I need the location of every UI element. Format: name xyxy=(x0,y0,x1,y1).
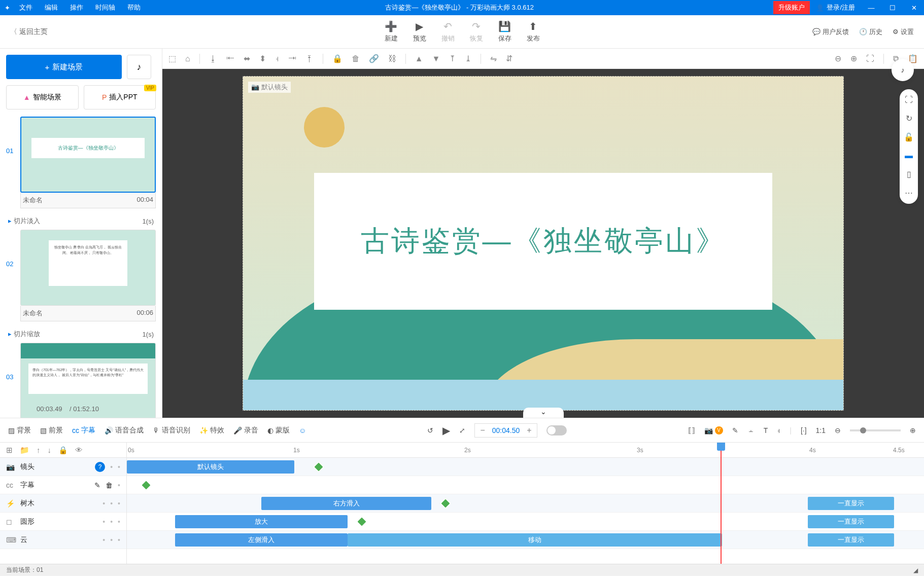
feedback-button[interactable]: 💬用户反馈 xyxy=(812,27,849,37)
tool-bracket-icon[interactable]: [·] xyxy=(801,426,807,434)
playhead[interactable] xyxy=(721,443,722,564)
dot-icon[interactable]: • xyxy=(118,518,120,526)
dot-icon[interactable]: • xyxy=(110,463,113,471)
expand-button[interactable]: ⤢ xyxy=(459,426,465,434)
new-button[interactable]: ➕新建 xyxy=(385,20,398,43)
scene-item[interactable]: 01 古诗鉴赏—《独坐敬亭山》 未命名00:04 xyxy=(6,117,156,208)
subtitle-tab[interactable]: cc 字幕 xyxy=(72,426,95,435)
menu-timeline[interactable]: 时间轴 xyxy=(90,1,120,14)
keyframe[interactable] xyxy=(141,480,152,491)
zoom-in-button[interactable]: ⊕ xyxy=(910,426,916,434)
align-right-icon[interactable]: ⭲ xyxy=(288,54,296,63)
align-bottom-icon[interactable]: ⭳ xyxy=(209,54,217,63)
down-icon[interactable]: ↓ xyxy=(48,446,52,454)
add-track-icon[interactable]: ⊞ xyxy=(6,446,13,455)
layer-up-icon[interactable]: ▲ xyxy=(415,54,423,63)
delete-icon[interactable]: 🗑 xyxy=(106,481,113,489)
toggle-switch[interactable] xyxy=(546,425,567,435)
asr-tab[interactable]: 🎙 语音识别 xyxy=(153,426,190,435)
track-row-subtitle[interactable]: cc 字幕 ✎ 🗑 • xyxy=(0,476,126,494)
lock-icon[interactable]: 🔓 xyxy=(904,132,914,142)
flip-v-icon[interactable]: ⇵ xyxy=(506,54,512,63)
time-minus-button[interactable]: − xyxy=(477,426,488,435)
preview-button[interactable]: ▶预览 xyxy=(413,20,426,43)
clip-camera[interactable]: 默认镜头 xyxy=(127,460,294,474)
home-icon[interactable]: ⌂ xyxy=(185,54,190,63)
dot-icon[interactable]: • xyxy=(102,518,105,526)
smile-button[interactable]: ☺ xyxy=(299,426,306,434)
zoom-slider[interactable] xyxy=(850,429,901,431)
dot-icon[interactable]: • xyxy=(118,463,120,471)
layer-top-icon[interactable]: ⤒ xyxy=(449,54,456,63)
track-subtitle[interactable] xyxy=(127,476,924,494)
align-left-icon[interactable]: ⭰ xyxy=(226,54,234,63)
play-button[interactable]: ▶ xyxy=(442,424,450,437)
link-icon[interactable]: 🔗 xyxy=(369,54,379,63)
distribute-icon[interactable]: ⫞ xyxy=(275,54,279,63)
track-row-camera[interactable]: 📷 镜头 ? •• xyxy=(0,458,126,476)
clip-shape-in[interactable]: 放大 xyxy=(175,515,348,528)
align-top-icon[interactable]: ⭱ xyxy=(305,54,314,63)
back-home-button[interactable]: 〈 返回主页 xyxy=(0,27,58,37)
background-tab[interactable]: ▨ 背景 xyxy=(8,426,31,435)
dot-icon[interactable]: • xyxy=(118,499,120,507)
menu-help[interactable]: 帮助 xyxy=(122,1,146,14)
settings-button[interactable]: ⚙设置 xyxy=(893,27,914,37)
folder-icon[interactable]: 📁 xyxy=(20,446,29,455)
canvas-music-button[interactable]: ♪ xyxy=(892,59,914,81)
tool-crop-icon[interactable]: ⟦⟧ xyxy=(688,426,695,434)
foreground-tab[interactable]: ▧ 前景 xyxy=(40,426,63,435)
eye-icon[interactable]: 👁 xyxy=(75,446,83,454)
lock-icon[interactable]: 🔒 xyxy=(332,54,343,63)
login-button[interactable]: 👤 登录/注册 xyxy=(811,1,860,14)
menu-action[interactable]: 操作 xyxy=(65,1,88,14)
music-button[interactable]: ♪ xyxy=(127,55,151,79)
scene-thumbnail[interactable]: 独坐敬亭山 唐 李白 众鸟高飞尽， 孤云独去闲。 相看两不厌， 只有敬亭山。 xyxy=(20,230,156,306)
keyframe[interactable] xyxy=(356,516,368,528)
track-tree[interactable]: 右方滑入 一直显示 xyxy=(127,494,924,513)
dot-icon[interactable]: • xyxy=(110,536,113,544)
dot-icon[interactable]: • xyxy=(118,536,120,544)
track-row-cloud[interactable]: ⌨ 云 ••• xyxy=(0,531,126,549)
time-input[interactable]: − 00:04.50 + xyxy=(474,423,537,438)
clip-cloud-in[interactable]: 左侧滑入 xyxy=(175,533,348,547)
smart-scene-button[interactable]: ▲智能场景 xyxy=(6,85,79,110)
tool-filter-icon[interactable]: ⫠ xyxy=(747,426,755,434)
scene-thumbnail[interactable]: 古诗鉴赏—《独坐敬亭山》 xyxy=(20,117,156,193)
tool-text-icon[interactable]: T xyxy=(764,426,768,434)
help-icon[interactable]: ? xyxy=(95,462,105,472)
fit-icon[interactable]: ⛶ xyxy=(866,54,874,63)
menu-file[interactable]: 文件 xyxy=(14,1,38,14)
record-tab[interactable]: 🎤 录音 xyxy=(233,426,258,435)
clip-tree-in[interactable]: 右方滑入 xyxy=(261,497,431,510)
track-row-shape[interactable]: ◻ 圆形 ••• xyxy=(0,513,126,531)
upgrade-button[interactable]: 升级账户 xyxy=(773,1,810,14)
canvas[interactable]: 古诗鉴赏—《独坐敬亭山》 📷 默认镜头 xyxy=(243,76,844,411)
tool-edit-icon[interactable]: ✎ xyxy=(732,426,738,434)
rotate-icon[interactable]: ↻ xyxy=(904,114,914,123)
align-center-v-icon[interactable]: ⬍ xyxy=(259,54,266,63)
menu-edit[interactable]: 编辑 xyxy=(40,1,63,14)
tool-camera-icon[interactable]: 📷V xyxy=(704,426,723,434)
track-shape[interactable]: 放大 一直显示 xyxy=(127,513,924,531)
maximize-button[interactable]: ☐ xyxy=(882,2,903,14)
redo-button[interactable]: ↷恢复 xyxy=(470,20,483,43)
transition-row[interactable]: ▸切片淡入 1(s) xyxy=(6,212,156,230)
transition-row[interactable]: ▸切片缩放 1(s) xyxy=(6,325,156,343)
edit-icon[interactable]: ✎ xyxy=(94,481,100,489)
flip-h-icon[interactable]: ⇋ xyxy=(490,54,497,63)
align-center-h-icon[interactable]: ⬌ xyxy=(244,54,250,63)
minimize-button[interactable]: — xyxy=(861,2,881,14)
publish-button[interactable]: ⬆发布 xyxy=(527,20,540,43)
dot-icon[interactable]: • xyxy=(110,518,113,526)
track-camera[interactable]: 默认镜头 xyxy=(127,458,924,476)
history-button[interactable]: 🕐历史 xyxy=(859,27,882,37)
effect-tab[interactable]: ✨ 特效 xyxy=(199,426,224,435)
save-button[interactable]: 💾保存 xyxy=(498,20,511,43)
tool-ratio-icon[interactable]: 1:1 xyxy=(816,426,826,434)
rewind-button[interactable]: ↺ xyxy=(427,426,433,434)
delete-icon[interactable]: 🗑 xyxy=(352,54,360,63)
dot-icon[interactable]: • xyxy=(110,499,113,507)
expand-handle[interactable]: ⌄ xyxy=(523,408,564,418)
mobile-icon[interactable]: ▯ xyxy=(904,169,914,179)
